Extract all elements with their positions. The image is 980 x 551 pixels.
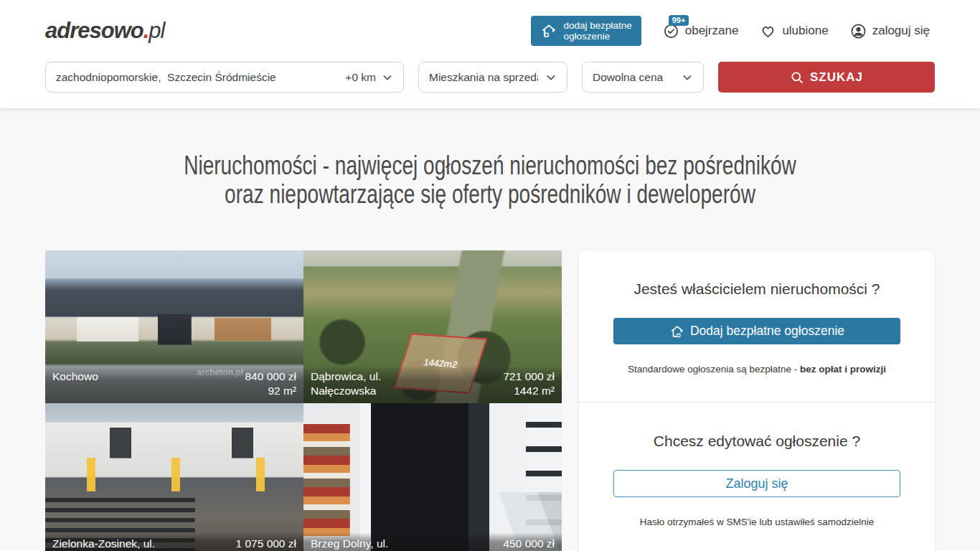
add-listing-label-line1: dodaj bezpłatne (563, 20, 631, 31)
search-button-label: SZUKAJ (810, 70, 863, 85)
listing-tile[interactable]: Zielonka-Zosinek, ul. 1 075 000 zł (45, 403, 303, 551)
owner-panel: Jesteś właścicielem nieruchomości ? Doda… (579, 250, 935, 551)
hero-heading-line1: Nieruchomości - najwięcej ogłoszeń nieru… (108, 151, 872, 180)
listing-label: Brzeg Dolny, ul. 450 000 zł (303, 532, 562, 551)
listing-tile[interactable]: 1442m2 Dąbrowica, ul. Nałęczowska 721 00… (303, 250, 562, 403)
heart-icon (760, 23, 776, 39)
viewed-link[interactable]: 99+ obejrzane (663, 23, 739, 39)
price-value: Dowolna cena (593, 71, 682, 84)
add-free-listing-label: Dodaj bezpłatne ogłoszenie (690, 324, 844, 339)
add-free-listing-button[interactable]: Dodaj bezpłatne ogłoszenie (613, 318, 900, 344)
listing-location: Kochowo (52, 370, 98, 382)
listing-price: 840 000 zł (245, 370, 296, 382)
listing-label: Dąbrowica, ul. Nałęczowska 721 000 zł 14… (303, 365, 562, 403)
listing-label: Zielonka-Zosinek, ul. 1 075 000 zł (45, 532, 303, 551)
login-link[interactable]: zaloguj się (850, 23, 930, 39)
viewed-label: obejrzane (685, 24, 739, 38)
page-header: adresowo.pl dodaj bezpłatne ogłoszenie 9… (0, 0, 980, 108)
listing-location: Zielonka-Zosinek, ul. (52, 537, 155, 550)
hero-heading: Nieruchomości - najwięcej ogłoszeń nieru… (0, 108, 980, 209)
favorites-link[interactable]: ulubione (760, 23, 828, 39)
viewed-count-badge: 99+ (669, 15, 689, 26)
listing-price: 450 000 zł (503, 537, 555, 550)
owner-note: Standardowe ogłoszenia są bezpłatne - be… (613, 364, 900, 375)
location-value: zachodniopomorskie, Szczecin Śródmieście (56, 71, 345, 84)
edit-note: Hasło otrzymałeś w SMS'ie lub ustawiłeś … (613, 517, 900, 527)
owner-note-bold: bez opłat i prowizji (800, 364, 886, 375)
add-listing-button[interactable]: dodaj bezpłatne ogłoszenie (531, 16, 641, 46)
logo-main: adresowo (45, 18, 143, 43)
price-select[interactable]: Dowolna cena (582, 62, 704, 93)
search-icon (790, 70, 804, 85)
listing-location: Brzeg Dolny, ul. (311, 537, 388, 550)
house-plus-icon (669, 324, 685, 339)
location-input[interactable]: zachodniopomorskie, Szczecin Śródmieście… (45, 62, 404, 93)
listing-area: 1442 m² (514, 385, 555, 397)
chevron-down-icon (682, 72, 693, 83)
radius-value[interactable]: +0 km (345, 71, 376, 84)
listing-location-line2: Nałęczowska (311, 385, 376, 397)
search-bar: zachodniopomorskie, Szczecin Śródmieście… (0, 62, 980, 108)
edit-heading: Chcesz edytować ogłoszenie ? (613, 433, 900, 450)
listings-grid: archeton.pl Kochowo 840 000 zł 92 m² 144… (45, 250, 562, 551)
house-plus-icon (540, 22, 557, 39)
listing-price: 721 000 zł (503, 370, 555, 382)
listing-area: 92 m² (268, 385, 296, 397)
hero-heading-line2: oraz niepowtarzające się oferty pośredni… (108, 180, 872, 209)
owner-heading: Jesteś właścicielem nieruchomości ? (613, 281, 900, 298)
listing-location: Dąbrowica, ul. (311, 370, 381, 382)
category-value: Mieszkania na sprzedaż (429, 71, 538, 84)
category-select[interactable]: Mieszkania na sprzedaż (418, 62, 567, 93)
site-logo[interactable]: adresowo.pl (45, 18, 164, 44)
topbar-actions: dodaj bezpłatne ogłoszenie 99+ obejrzane (531, 16, 930, 46)
chevron-down-icon (545, 72, 557, 83)
favorites-label: ulubione (782, 24, 828, 38)
owner-note-text: Standardowe ogłoszenia są bezpłatne - (628, 364, 800, 375)
edit-panel: Chcesz edytować ogłoszenie ? Zaloguj się… (579, 402, 935, 527)
listing-price: 1 075 000 zł (236, 537, 296, 550)
login-label: zaloguj się (872, 24, 930, 38)
main-content: archeton.pl Kochowo 840 000 zł 92 m² 144… (0, 250, 980, 551)
listing-tile[interactable]: Brzeg Dolny, ul. 450 000 zł (303, 403, 562, 551)
chevron-down-icon[interactable] (382, 72, 393, 83)
listing-label: Kochowo 840 000 zł 92 m² (45, 365, 303, 403)
login-button[interactable]: Zaloguj się (613, 470, 900, 497)
listing-tile[interactable]: archeton.pl Kochowo 840 000 zł 92 m² (45, 250, 303, 403)
add-listing-label-line2: ogłoszenie (563, 31, 610, 42)
top-bar: adresowo.pl dodaj bezpłatne ogłoszenie 9… (0, 0, 980, 62)
user-circle-icon (850, 23, 867, 39)
logo-tld: pl (149, 18, 164, 43)
search-button[interactable]: SZUKAJ (718, 62, 935, 93)
